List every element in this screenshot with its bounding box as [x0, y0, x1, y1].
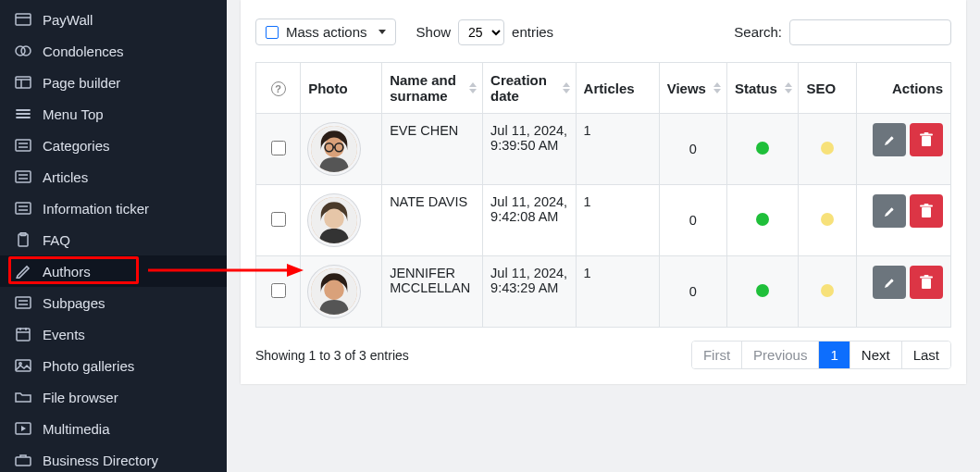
list-toolbar: Mass actions Show 25 entries Search: [255, 13, 951, 62]
page-number[interactable]: 1 [818, 342, 849, 368]
column-select: ? [255, 62, 300, 113]
sidebar-item-articles[interactable]: Articles [0, 161, 227, 193]
cell-name: EVE CHEN [381, 113, 482, 184]
sort-icon [785, 82, 792, 93]
cell-views: 0 [659, 113, 726, 184]
sidebar-item-label: Photo galleries [43, 358, 134, 374]
main-content: Mass actions Show 25 entries Search: ? [227, 0, 980, 472]
page-first[interactable]: First [692, 342, 741, 368]
search-block: Search: [734, 19, 951, 45]
column-seo: SEO [798, 62, 856, 113]
mass-actions-checkbox-icon [266, 26, 279, 39]
sidebar-item-label: Subpages [43, 295, 105, 311]
page-next[interactable]: Next [850, 342, 901, 368]
image-icon [13, 357, 33, 374]
column-date-label: Creation date [490, 72, 547, 104]
edit-button[interactable] [873, 266, 906, 299]
cell-seo [798, 255, 856, 328]
sidebar-item-business-directory[interactable]: Business Directory [0, 444, 227, 472]
cell-actions [856, 184, 951, 255]
play-box-icon [13, 420, 33, 437]
sidebar-item-label: Categories [43, 138, 110, 154]
delete-button[interactable] [910, 123, 943, 156]
sidebar-item-photo-galleries[interactable]: Photo galleries [0, 350, 227, 381]
cell-date: Jul 11, 2024, 9:42:08 AM [482, 184, 576, 255]
sidebar-item-file-browser[interactable]: File browser [0, 381, 227, 413]
cell-status [726, 184, 799, 255]
column-photo-label: Photo [308, 81, 348, 96]
sidebar-item-multimedia[interactable]: Multimedia [0, 413, 227, 444]
table-row: JENNIFER MCCLELLAN Jul 11, 2024, 9:43:29… [255, 255, 951, 328]
cell-date: Jul 11, 2024, 9:39:50 AM [482, 113, 576, 184]
status-dot-icon [756, 284, 769, 297]
svg-rect-24 [17, 329, 30, 341]
sidebar-item-categories[interactable]: Categories [0, 130, 227, 161]
sidebar-item-label: Multimedia [43, 421, 110, 437]
sidebar-item-condolences[interactable]: Condolences [0, 35, 227, 67]
list-box-icon [13, 137, 33, 154]
cell-views: 0 [659, 255, 726, 328]
row-select-checkbox[interactable] [271, 141, 286, 155]
page-previous[interactable]: Previous [741, 342, 818, 368]
sidebar-item-menu-top[interactable]: Menu Top [0, 98, 227, 130]
sidebar-item-authors[interactable]: Authors [0, 255, 227, 287]
column-status[interactable]: Status [726, 62, 799, 113]
sidebar-item-label: Business Directory [43, 453, 158, 468]
avatar [308, 123, 360, 175]
column-date[interactable]: Creation date [482, 62, 576, 113]
pagination: First Previous 1 Next Last [691, 341, 951, 369]
column-seo-label: SEO [806, 81, 836, 96]
show-label: Show [416, 24, 452, 40]
clipboard-icon [13, 231, 33, 248]
delete-button[interactable] [910, 266, 943, 299]
sidebar-item-label: File browser [43, 390, 118, 405]
cell-actions [856, 113, 951, 184]
row-select-checkbox[interactable] [271, 212, 286, 227]
sidebar-item-faq[interactable]: FAQ [0, 224, 227, 255]
status-dot-icon [756, 213, 769, 226]
authors-panel: Mass actions Show 25 entries Search: ? [241, 0, 966, 384]
seo-dot-icon [821, 213, 834, 226]
column-name[interactable]: Name and surname [381, 62, 482, 113]
edit-button[interactable] [873, 123, 906, 156]
help-icon[interactable]: ? [271, 81, 286, 96]
svg-rect-40 [922, 136, 931, 146]
column-articles[interactable]: Articles [576, 62, 659, 113]
column-photo: Photo [300, 62, 381, 113]
sidebar-item-label: Menu Top [43, 106, 104, 122]
folder-icon [13, 389, 33, 405]
search-input[interactable] [789, 19, 951, 45]
sidebar-item-ticker[interactable]: Information ticker [0, 193, 227, 224]
svg-point-29 [19, 363, 21, 365]
svg-rect-0 [16, 14, 31, 25]
column-name-label: Name and surname [390, 72, 456, 104]
delete-button[interactable] [910, 194, 943, 228]
list-box-icon [13, 200, 33, 217]
svg-rect-10 [16, 140, 31, 151]
svg-rect-46 [922, 207, 931, 217]
card-icon [13, 11, 33, 28]
page-size-select[interactable]: 25 [458, 19, 504, 45]
sidebar-item-label: Condolences [43, 43, 124, 59]
sidebar-item-paywall[interactable]: PayWall [0, 4, 227, 35]
cell-actions [856, 255, 951, 328]
sidebar-item-label: PayWall [43, 12, 93, 28]
sidebar-item-label: FAQ [43, 232, 70, 248]
svg-point-44 [324, 209, 343, 229]
cell-views: 0 [659, 184, 726, 255]
mass-actions-dropdown[interactable]: Mass actions [255, 19, 396, 45]
sidebar-item-subpages[interactable]: Subpages [0, 287, 227, 318]
page-last[interactable]: Last [901, 342, 950, 368]
svg-rect-13 [16, 171, 31, 182]
cell-seo [798, 184, 856, 255]
cell-date: Jul 11, 2024, 9:43:29 AM [482, 255, 576, 328]
sidebar-item-page-builder[interactable]: Page builder [0, 67, 227, 98]
svg-rect-31 [16, 457, 31, 466]
edit-button[interactable] [873, 194, 906, 228]
page-size-control: Show 25 entries [416, 19, 554, 45]
column-views[interactable]: Views [659, 62, 726, 113]
row-select-checkbox[interactable] [271, 283, 286, 298]
sidebar-item-events[interactable]: Events [0, 318, 227, 350]
authors-table: ? Photo Name and surname Creation date [255, 62, 951, 328]
cell-seo [798, 113, 856, 184]
